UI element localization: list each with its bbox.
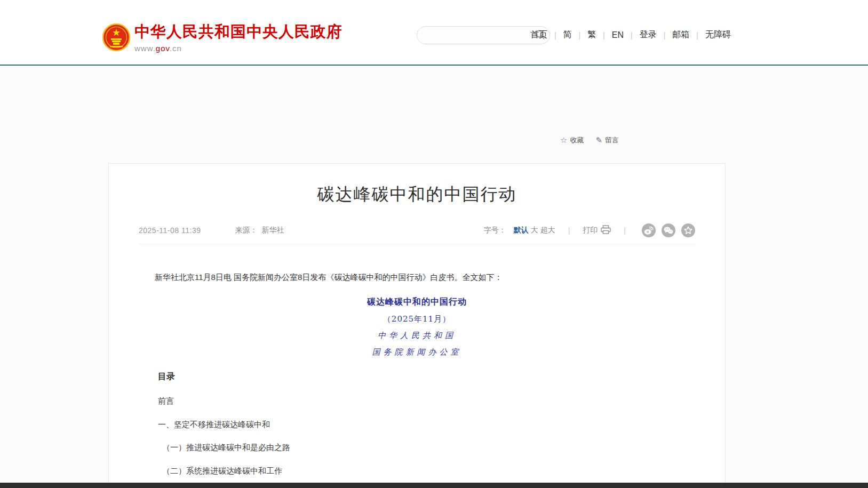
nav-link-5[interactable]: 登录 <box>640 29 657 41</box>
nav-link-2[interactable]: 简 <box>563 29 572 41</box>
wechat-icon[interactable] <box>662 223 675 237</box>
article-title: 碳达峰碳中和的中国行动 <box>139 183 695 206</box>
nav-separator: | <box>696 31 698 39</box>
print-label: 打印 <box>583 226 598 235</box>
source-name: 新华社 <box>261 226 284 235</box>
printer-icon <box>601 225 611 236</box>
nav-link-6[interactable]: 邮箱 <box>672 29 689 41</box>
meta-separator: | <box>624 226 626 235</box>
main-nav: 首页|简|繁|EN|登录|邮箱|无障碍 <box>530 29 731 41</box>
publish-datetime: 2025-11-08 11:39 <box>139 226 201 235</box>
message-button[interactable]: ✎ 留言 <box>595 135 619 145</box>
article-card: 碳达峰碳中和的中国行动 2025-11-08 11:39 来源： 新华社 字号：… <box>108 163 726 488</box>
site-url-gov: gov <box>156 44 170 53</box>
weibo-icon[interactable] <box>642 223 656 237</box>
document-date: （2025年11月） <box>139 314 695 324</box>
print-button[interactable]: 打印 <box>583 225 611 236</box>
pencil-icon: ✎ <box>595 135 602 145</box>
favorite-button[interactable]: ☆ 收藏 <box>560 135 584 145</box>
meta-right: 字号： 默认大超大 | 打印 | <box>484 223 695 237</box>
national-emblem-logo <box>102 22 130 52</box>
source-label: 来源： <box>235 226 257 235</box>
toc-item: 前言 <box>158 397 695 406</box>
site-url-prefix: www. <box>134 44 156 53</box>
toc-heading: 目录 <box>158 371 695 382</box>
nav-link-7[interactable]: 无障碍 <box>705 29 731 41</box>
font-size-label: 字号： <box>484 226 506 235</box>
toc-list: 前言一、坚定不移推进碳达峰碳中和（一）推进碳达峰碳中和是必由之路（二）系统推进碳… <box>158 397 695 488</box>
nav-separator: | <box>631 31 633 39</box>
favorite-label: 收藏 <box>570 135 584 145</box>
document-issuer-line1: 中华人民共和国 <box>139 331 695 341</box>
site-identity: 中华人民共和国中央人民政府 www.gov.cn <box>134 23 343 53</box>
nav-separator: | <box>664 31 666 39</box>
toc-item: （二）系统推进碳达峰碳中和工作 <box>158 467 695 476</box>
site-url: www.gov.cn <box>134 44 343 53</box>
meta-separator: | <box>568 226 570 235</box>
site-header: 中华人民共和国中央人民政府 www.gov.cn 首页|简|繁|EN|登录|邮箱… <box>0 0 868 65</box>
article-meta-row: 2025-11-08 11:39 来源： 新华社 字号： 默认大超大 | 打印 <box>139 223 695 237</box>
meta-divider <box>139 244 695 244</box>
page: 中华人民共和国中央人民政府 www.gov.cn 首页|简|繁|EN|登录|邮箱… <box>0 0 868 488</box>
nav-separator: | <box>603 31 605 39</box>
font-size-option[interactable]: 超大 <box>540 226 555 235</box>
document-issuer-line2: 国务院新闻办公室 <box>139 347 695 357</box>
star-share-icon[interactable] <box>681 223 695 237</box>
nav-separator: | <box>579 31 581 39</box>
font-size-option[interactable]: 大 <box>531 226 538 235</box>
site-title: 中华人民共和国中央人民政府 <box>134 23 343 41</box>
toc-item: 一、坚定不移推进碳达峰碳中和 <box>158 420 695 429</box>
meta-left: 2025-11-08 11:39 来源： 新华社 <box>139 226 284 235</box>
toc-item: （一）推进碳达峰碳中和是必由之路 <box>158 443 695 452</box>
page-background: ☆ 收藏 ✎ 留言 碳达峰碳中和的中国行动 2025-11-08 11:39 来… <box>0 66 868 488</box>
bottom-edge-bar <box>0 483 868 488</box>
nav-separator: | <box>554 31 556 39</box>
nav-link-1[interactable]: 首页 <box>530 29 547 41</box>
star-outline-icon: ☆ <box>560 135 567 145</box>
font-size-options: 默认大超大 <box>512 226 555 235</box>
lead-paragraph: 新华社北京11月8日电 国务院新闻办公室8日发布《碳达峰碳中和的中国行动》白皮书… <box>139 271 695 284</box>
page-actions: ☆ 收藏 ✎ 留言 <box>560 135 619 145</box>
nav-link-4[interactable]: EN <box>612 30 624 40</box>
share-icons <box>642 223 695 237</box>
site-url-suffix: .cn <box>170 44 182 53</box>
search-input[interactable] <box>417 27 530 44</box>
nav-link-3[interactable]: 繁 <box>587 29 596 41</box>
document-title: 碳达峰碳中和的中国行动 <box>139 297 695 308</box>
font-size-option[interactable]: 默认 <box>514 226 529 235</box>
message-label: 留言 <box>605 135 619 145</box>
document-heading: 碳达峰碳中和的中国行动 （2025年11月） 中华人民共和国 国务院新闻办公室 <box>139 297 695 357</box>
